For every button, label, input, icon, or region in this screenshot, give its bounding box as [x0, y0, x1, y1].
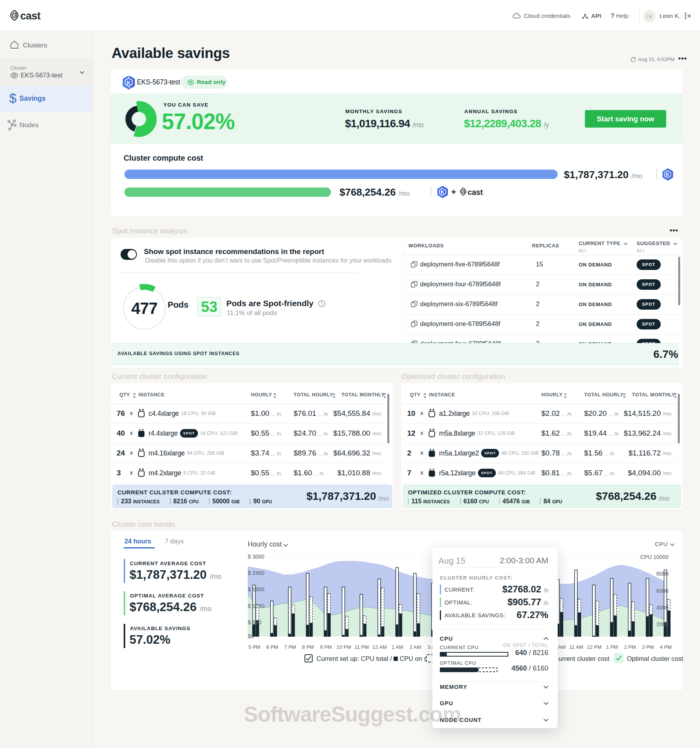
- svg-text:7 PM: 7 PM: [284, 644, 296, 650]
- svg-text:$0: $0: [248, 633, 254, 639]
- svg-text:4000: 4000: [656, 604, 668, 611]
- svg-text:$ 3000: $ 3000: [248, 554, 264, 560]
- svg-text:9 PM: 9 PM: [320, 644, 332, 650]
- svg-text:cast: cast: [20, 10, 41, 22]
- svg-text:K: K: [666, 172, 670, 177]
- svg-text:$: $: [9, 91, 17, 105]
- svg-text:1 PM: 1 PM: [606, 644, 618, 650]
- svg-text:6000: 6000: [656, 588, 668, 594]
- svg-text:1 AM: 1 AM: [392, 644, 403, 650]
- svg-text:477: 477: [131, 299, 157, 317]
- svg-text:3 PM: 3 PM: [642, 644, 654, 650]
- svg-text:cast: cast: [467, 188, 483, 196]
- svg-text:$ 1200: $ 1200: [248, 603, 264, 609]
- svg-text:2000: 2000: [656, 621, 668, 627]
- svg-text:12 PM: 12 PM: [587, 644, 602, 650]
- svg-text:8000: 8000: [656, 571, 668, 577]
- svg-text:4 PM: 4 PM: [660, 644, 672, 650]
- svg-text:$ 600: $ 600: [248, 619, 261, 625]
- svg-text:11 AM: 11 AM: [569, 644, 583, 650]
- svg-text:K: K: [127, 80, 131, 86]
- svg-text:2 PM: 2 PM: [624, 644, 636, 650]
- svg-text:$ 2400: $ 2400: [248, 570, 264, 576]
- svg-text:K: K: [441, 189, 444, 195]
- svg-text:8 PM: 8 PM: [302, 644, 314, 650]
- svg-text:CPU 10000: CPU 10000: [640, 554, 669, 560]
- svg-text:11 PM: 11 PM: [355, 644, 369, 650]
- svg-text:$ 1800: $ 1800: [248, 586, 264, 592]
- svg-text:2 AM: 2 AM: [410, 644, 421, 650]
- svg-text:10 PM: 10 PM: [336, 644, 351, 650]
- svg-text:5 PM: 5 PM: [248, 644, 260, 650]
- svg-text:12 AM: 12 AM: [373, 644, 387, 650]
- svg-text:6 PM: 6 PM: [266, 644, 278, 650]
